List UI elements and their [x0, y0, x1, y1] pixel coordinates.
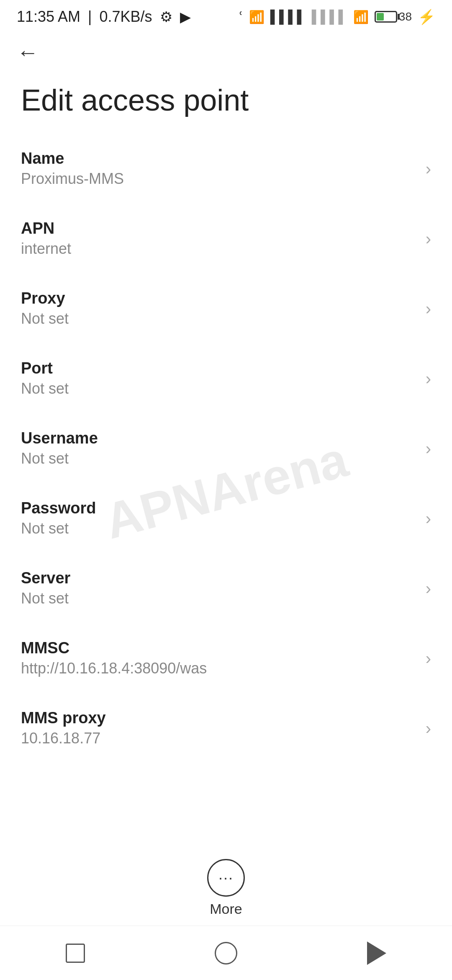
bluetooth-icon2: 📶	[249, 10, 265, 24]
more-label: More	[210, 901, 242, 917]
settings-item-port[interactable]: Port Not set ›	[0, 343, 452, 413]
settings-value-mmsc: http://10.16.18.4:38090/was	[21, 660, 207, 677]
square-icon	[66, 944, 85, 963]
settings-label-mmsc: MMSC	[21, 639, 207, 657]
status-right: ‫ʿ︎ 📶 ▌▌▌▌ ▌▌▌▌ 📶 38 ⚡	[239, 8, 435, 25]
settings-value-password: Not set	[21, 520, 96, 537]
video-icon: ▶	[180, 8, 191, 25]
settings-value-name: Proximus-MMS	[21, 170, 124, 188]
more-area: ··· More	[0, 846, 452, 926]
triangle-icon	[367, 941, 386, 965]
settings-item-server[interactable]: Server Not set ›	[0, 553, 452, 623]
settings-item-proxy-content: Proxy Not set	[21, 289, 69, 328]
settings-label-password: Password	[21, 499, 96, 517]
wifi-icon: 📶	[353, 10, 369, 24]
battery-percent: 38	[399, 10, 412, 23]
page-title-area: Edit access point	[0, 71, 452, 134]
chevron-right-icon-mms-proxy: ›	[426, 720, 431, 737]
settings-item-apn-content: APN internet	[21, 219, 71, 258]
settings-label-proxy: Proxy	[21, 289, 69, 307]
settings-label-name: Name	[21, 150, 124, 168]
battery-indicator: 38	[375, 10, 412, 23]
more-button[interactable]: ···	[207, 859, 245, 897]
status-bar: 11:35 AM | 0.7KB/s ⚙ ▶ ‫ʿ︎ 📶 ▌▌▌▌ ▌▌▌▌ 📶…	[0, 0, 452, 34]
settings-value-apn: internet	[21, 240, 71, 258]
settings-item-mmsc[interactable]: MMSC http://10.16.18.4:38090/was ›	[0, 623, 452, 693]
settings-value-server: Not set	[21, 590, 70, 607]
signal2-icon: ▌▌▌▌	[312, 10, 347, 24]
settings-item-username-content: Username Not set	[21, 429, 98, 467]
charging-icon: ⚡	[418, 8, 435, 25]
settings-item-mmsc-content: MMSC http://10.16.18.4:38090/was	[21, 639, 207, 677]
home-button[interactable]	[211, 939, 241, 968]
status-network-speed: 0.7KB/s	[99, 8, 152, 26]
settings-value-port: Not set	[21, 380, 69, 397]
settings-value-proxy: Not set	[21, 310, 69, 328]
settings-item-password[interactable]: Password Not set ›	[0, 483, 452, 553]
settings-item-password-content: Password Not set	[21, 499, 96, 537]
settings-item-proxy[interactable]: Proxy Not set ›	[0, 273, 452, 343]
bottom-nav	[0, 926, 452, 980]
signal-icon: ▌▌▌▌	[270, 10, 306, 24]
status-time: 11:35 AM	[17, 8, 80, 26]
settings-item-mms-proxy[interactable]: MMS proxy 10.16.18.77 ›	[0, 693, 452, 763]
back-button[interactable]: ←	[17, 41, 39, 63]
settings-item-port-content: Port Not set	[21, 359, 69, 397]
settings-icon: ⚙	[160, 8, 172, 25]
settings-item-apn[interactable]: APN internet ›	[0, 204, 452, 273]
chevron-right-icon-mmsc: ›	[426, 650, 431, 667]
recent-apps-button[interactable]	[61, 939, 90, 968]
settings-item-name-content: Name Proximus-MMS	[21, 150, 124, 188]
chevron-right-icon-server: ›	[426, 580, 431, 597]
settings-item-name[interactable]: Name Proximus-MMS ›	[0, 134, 452, 204]
status-left: 11:35 AM | 0.7KB/s ⚙ ▶	[17, 8, 191, 26]
settings-item-mms-proxy-content: MMS proxy 10.16.18.77	[21, 709, 106, 747]
chevron-right-icon-username: ›	[426, 440, 431, 457]
chevron-right-icon-port: ›	[426, 370, 431, 387]
chevron-right-icon-proxy: ›	[426, 300, 431, 317]
settings-label-username: Username	[21, 429, 98, 447]
status-speed: |	[88, 8, 92, 26]
settings-item-username[interactable]: Username Not set ›	[0, 413, 452, 483]
settings-label-port: Port	[21, 359, 69, 377]
bluetooth-icon: ‫ʿ︎	[239, 9, 243, 25]
chevron-right-icon-password: ›	[426, 510, 431, 527]
settings-value-mms-proxy: 10.16.18.77	[21, 730, 106, 747]
chevron-right-icon-apn: ›	[426, 230, 431, 247]
more-dots-icon: ···	[218, 869, 234, 887]
settings-label-server: Server	[21, 569, 70, 587]
chevron-right-icon-name: ›	[426, 160, 431, 177]
settings-label-apn: APN	[21, 219, 71, 237]
settings-list: Name Proximus-MMS › APN internet › Proxy…	[0, 134, 452, 846]
settings-label-mms-proxy: MMS proxy	[21, 709, 106, 727]
settings-value-username: Not set	[21, 450, 98, 467]
settings-item-server-content: Server Not set	[21, 569, 70, 607]
back-nav-button[interactable]	[362, 939, 391, 968]
circle-icon	[215, 942, 237, 965]
top-nav: ←	[0, 34, 452, 71]
page-title: Edit access point	[21, 84, 431, 117]
